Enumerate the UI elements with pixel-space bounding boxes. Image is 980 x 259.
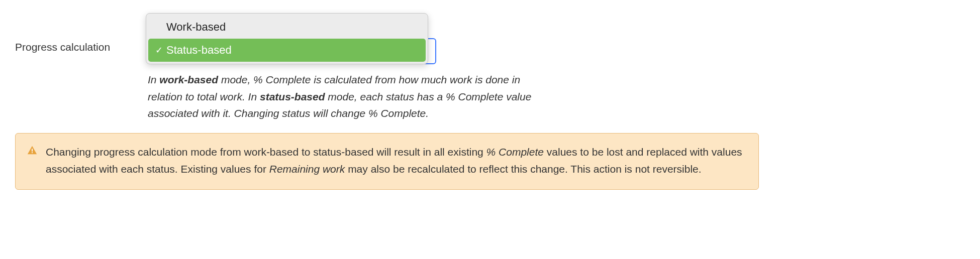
progress-calculation-control: Work-based ✓ Status-based In work-based … (148, 10, 545, 122)
help-text-segment: In (148, 74, 159, 85)
dropdown-option-work-based[interactable]: Work-based (148, 16, 426, 39)
help-text-bold: work-based (159, 74, 218, 85)
help-text-bold: status-based (260, 91, 325, 102)
warning-banner: Changing progress calculation mode from … (15, 133, 759, 190)
warning-text: Changing progress calculation mode from … (46, 144, 746, 178)
progress-calculation-dropdown: Work-based ✓ Status-based (146, 13, 428, 64)
progress-calculation-help-text: In work-based mode, % Complete is calcul… (148, 71, 545, 122)
progress-calculation-label: Progress calculation (15, 10, 136, 53)
svg-rect-1 (32, 152, 33, 153)
warning-text-segment: Changing progress calculation mode from … (46, 146, 486, 158)
progress-calculation-row: Progress calculation Work-based ✓ Status… (15, 10, 965, 122)
warning-text-emphasis: Remaining work (269, 163, 345, 175)
dropdown-option-status-based[interactable]: ✓ Status-based (148, 39, 426, 62)
warning-text-segment: may also be recalculated to reflect this… (345, 163, 701, 175)
warning-text-emphasis: % Complete (486, 146, 544, 158)
warning-icon (27, 145, 38, 159)
svg-rect-0 (32, 149, 33, 152)
check-icon: ✓ (153, 45, 164, 56)
dropdown-option-label: Status-based (166, 44, 232, 57)
dropdown-option-label: Work-based (166, 21, 226, 34)
